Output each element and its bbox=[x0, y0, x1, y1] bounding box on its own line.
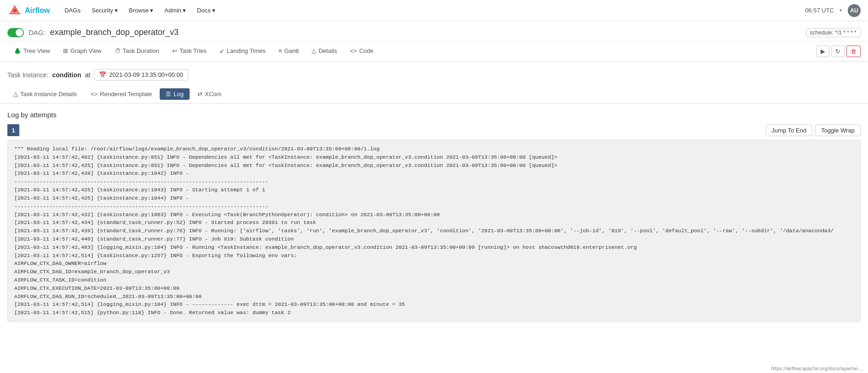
dag-header: DAG: example_branch_dop_operator_v3 sche… bbox=[0, 21, 868, 41]
run-button[interactable]: ▶ bbox=[816, 46, 829, 57]
jump-to-end-button[interactable]: Jump To End bbox=[766, 125, 813, 136]
tab-code[interactable]: <> Code bbox=[343, 41, 380, 61]
sub-tab-log[interactable]: ☰ Log bbox=[160, 88, 190, 100]
tab-gantt[interactable]: ≡ Gantt bbox=[272, 41, 305, 61]
nav-right: 06:57 UTC ▾ AU bbox=[805, 4, 861, 17]
list-icon: ☰ bbox=[166, 91, 171, 98]
tree-icon: 🌲 bbox=[14, 47, 21, 54]
task-instance-header: Task Instance: condition at 📅 2021-03-09… bbox=[0, 62, 868, 85]
nav-link-docs[interactable]: Docs ▾ bbox=[191, 0, 221, 21]
nav-item-security: Security ▾ bbox=[86, 0, 123, 21]
task-instance-name: condition bbox=[52, 71, 81, 79]
duration-icon: ⏱ bbox=[115, 47, 121, 54]
warning-icon: △ bbox=[13, 91, 18, 98]
log-content: *** Reading local file: /root/airflow/lo… bbox=[7, 140, 861, 322]
task-instance-label: Task Instance: bbox=[7, 71, 49, 79]
gantt-icon: ≡ bbox=[278, 47, 282, 54]
nav-link-browse[interactable]: Browse ▾ bbox=[123, 0, 159, 21]
attempt-badge: 1 bbox=[7, 124, 19, 136]
dag-title-area: DAG: example_branch_dop_operator_v3 bbox=[7, 28, 179, 37]
log-by-attempts-title: Log by attempts bbox=[7, 111, 861, 119]
airflow-logo-icon bbox=[7, 3, 22, 18]
user-avatar[interactable]: AU bbox=[848, 4, 861, 17]
graph-icon: ⊞ bbox=[63, 47, 68, 54]
tab-task-duration[interactable]: ⏱ Task Duration bbox=[108, 41, 166, 61]
tab-tree-view[interactable]: 🌲 Tree View bbox=[7, 41, 57, 61]
schedule-badge: schedule: */1 * * * * bbox=[806, 29, 861, 36]
refresh-button[interactable]: ↻ bbox=[831, 46, 845, 57]
tab-details[interactable]: △ Details bbox=[305, 41, 343, 61]
xcom-icon: ⇄ bbox=[197, 91, 203, 98]
nav-item-docs: Docs ▾ bbox=[191, 0, 221, 21]
nav-item-browse: Browse ▾ bbox=[123, 0, 159, 21]
nav-time: 06:57 UTC bbox=[805, 7, 834, 14]
log-controls: Jump To End Toggle Wrap bbox=[766, 125, 861, 136]
tries-icon: ↩ bbox=[172, 47, 177, 54]
landing-icon: ↙ bbox=[220, 47, 225, 54]
nav-item-admin: Admin ▾ bbox=[159, 0, 191, 21]
date-picker-button[interactable]: 📅 2021-03-09 13:35:00+00:00 bbox=[94, 69, 188, 80]
at-label: at bbox=[85, 71, 91, 79]
sub-tab-task-instance-details[interactable]: △ Task Instance Details bbox=[7, 88, 83, 100]
details-icon: △ bbox=[312, 47, 316, 54]
sub-tab-rendered-template[interactable]: <> Rendered Template bbox=[85, 88, 158, 100]
chevron-down-icon: ▾ bbox=[115, 7, 118, 14]
brand-link[interactable]: Airflow bbox=[7, 3, 50, 18]
chevron-down-icon: ▾ bbox=[839, 7, 842, 13]
nav-link-admin[interactable]: Admin ▾ bbox=[159, 0, 191, 21]
chevron-down-icon: ▾ bbox=[212, 7, 215, 14]
svg-point-3 bbox=[13, 9, 17, 12]
code-icon: <> bbox=[350, 47, 357, 54]
dag-name: example_branch_dop_operator_v3 bbox=[50, 28, 179, 37]
delete-button[interactable]: 🗑 bbox=[846, 46, 861, 57]
log-section: Log by attempts 1 Jump To End Toggle Wra… bbox=[0, 103, 868, 329]
nav-menu: DAGs Security ▾ Browse ▾ Admin ▾ Docs ▾ bbox=[59, 0, 220, 21]
navbar: Airflow DAGs Security ▾ Browse ▾ Admin ▾ bbox=[0, 0, 868, 21]
tab-graph-view[interactable]: ⊞ Graph View bbox=[57, 41, 108, 61]
chevron-down-icon: ▾ bbox=[150, 7, 153, 14]
code-brackets-icon: <> bbox=[91, 91, 98, 98]
tab-actions: ▶ ↻ 🗑 bbox=[816, 46, 861, 57]
sub-tab-xcom[interactable]: ⇄ XCom bbox=[191, 88, 227, 100]
tab-task-tries[interactable]: ↩ Task Tries bbox=[166, 41, 213, 61]
chevron-down-icon: ▾ bbox=[183, 7, 186, 14]
log-attempt-bar: 1 Jump To End Toggle Wrap bbox=[7, 124, 861, 136]
nav-link-dags[interactable]: DAGs bbox=[59, 0, 86, 21]
toggle-wrap-button[interactable]: Toggle Wrap bbox=[815, 125, 861, 136]
tab-bar: 🌲 Tree View ⊞ Graph View ⏱ Task Duration… bbox=[0, 41, 868, 62]
nav-item-dags: DAGs bbox=[59, 0, 86, 21]
brand-text: Airflow bbox=[25, 6, 50, 15]
dag-toggle[interactable] bbox=[7, 28, 24, 37]
dag-label: DAG: bbox=[29, 29, 46, 36]
calendar-icon: 📅 bbox=[99, 71, 106, 78]
nav-link-security[interactable]: Security ▾ bbox=[86, 0, 123, 21]
sub-tabs: △ Task Instance Details <> Rendered Temp… bbox=[0, 85, 868, 103]
tab-landing-times[interactable]: ↙ Landing Times bbox=[213, 41, 272, 61]
